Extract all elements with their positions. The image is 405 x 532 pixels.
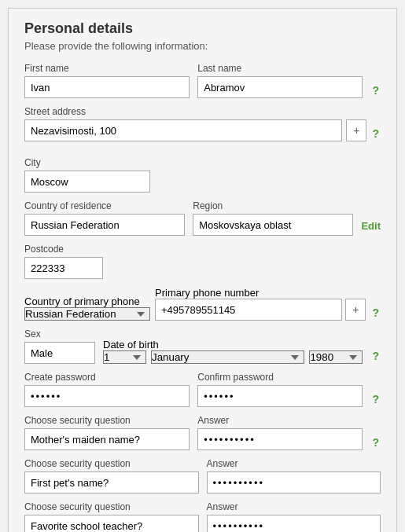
city-label: City: [24, 157, 381, 168]
security-q1-group: Choose security question Mother's maiden…: [24, 415, 190, 450]
country-region-row: Country of residence Russian Federation …: [24, 200, 381, 236]
password-help-button[interactable]: ?: [370, 393, 381, 405]
postcode-group: Postcode: [24, 244, 381, 279]
create-password-group: Create password: [24, 372, 190, 407]
security-q3-group: Choose security question Favorite school…: [24, 501, 199, 532]
primary-phone-label: Primary phone number: [155, 287, 366, 299]
street-address-input[interactable]: [24, 119, 342, 141]
password-row: Create password Confirm password ?: [24, 372, 381, 407]
first-name-label: First name: [24, 63, 190, 74]
security-a1-group: Answer: [197, 415, 363, 450]
security-a3-input[interactable]: [207, 515, 381, 532]
phone-number-input[interactable]: [155, 299, 342, 321]
edit-button[interactable]: Edit: [361, 220, 381, 232]
name-help-button[interactable]: ?: [370, 84, 381, 97]
country-phone-select[interactable]: Russian Federation United States United …: [24, 307, 150, 321]
security-a2-input[interactable]: [207, 471, 381, 493]
security-q2-group: Choose security question First pet's nam…: [24, 458, 199, 493]
street-input-row: + ?: [24, 119, 381, 141]
country-phone-label: Country of primary phone: [24, 295, 150, 307]
name-row: First name Last name ?: [24, 63, 381, 98]
phone-input-row: +: [155, 299, 366, 321]
security-a2-group: Answer: [207, 458, 381, 493]
last-name-group: Last name: [197, 63, 363, 98]
security-q1-row: Choose security question Mother's maiden…: [24, 415, 381, 450]
phone-plus-button[interactable]: +: [345, 299, 366, 321]
security-q3-label: Choose security question: [24, 501, 199, 512]
last-name-input[interactable]: [197, 76, 363, 98]
dob-day-select[interactable]: 12345 678910: [103, 350, 146, 364]
dob-inputs: 12345 678910 JanuaryFebruaryMarchApril M…: [103, 350, 363, 364]
page-title: Personal details: [24, 20, 381, 37]
postcode-label: Postcode: [24, 244, 381, 255]
security-a3-group: Answer: [207, 501, 381, 532]
region-value: Moskovskaya oblast: [193, 214, 353, 236]
personal-details-form: Personal details Please provide the foll…: [8, 8, 397, 532]
security-q1-help-button[interactable]: ?: [370, 436, 381, 449]
street-plus-button[interactable]: +: [346, 119, 366, 141]
dob-help-button[interactable]: ?: [370, 350, 381, 362]
security-a1-input[interactable]: [197, 428, 363, 450]
postcode-input[interactable]: [24, 257, 103, 279]
security-q3-select[interactable]: Favorite school teacher? Mother's maiden…: [24, 515, 199, 532]
street-address-group: Street address + ?: [24, 106, 381, 149]
dob-year-select[interactable]: 19801981198219831984: [309, 350, 363, 364]
security-a3-label: Answer: [207, 501, 381, 512]
create-password-label: Create password: [24, 372, 190, 383]
phone-help-button[interactable]: ?: [370, 306, 381, 319]
page-subtitle: Please provide the following information…: [24, 40, 381, 52]
security-a2-label: Answer: [207, 458, 381, 469]
country-phone-group: Country of primary phone Russian Federat…: [24, 295, 150, 321]
dob-label: Date of birth: [103, 339, 363, 350]
country-residence-label: Country of residence: [24, 200, 185, 211]
last-name-label: Last name: [197, 63, 363, 74]
street-address-label: Street address: [24, 106, 381, 117]
security-q3-row: Choose security question Favorite school…: [24, 501, 381, 532]
street-input-wrapper: [24, 119, 342, 141]
phone-number-group: Primary phone number +: [155, 287, 366, 321]
security-a1-label: Answer: [197, 415, 363, 426]
confirm-password-label: Confirm password: [197, 372, 363, 383]
region-group: Region Moskovskaya oblast: [193, 200, 353, 236]
phone-row: Country of primary phone Russian Federat…: [24, 287, 381, 321]
create-password-input[interactable]: [24, 385, 190, 407]
confirm-password-input[interactable]: [197, 385, 363, 407]
security-q2-row: Choose security question First pet's nam…: [24, 458, 381, 493]
street-help-button[interactable]: ?: [370, 127, 381, 140]
security-q2-select[interactable]: First pet's name? Mother's maiden name? …: [24, 471, 199, 493]
sex-group: Sex Male Female: [24, 328, 95, 364]
sex-label: Sex: [24, 328, 95, 339]
city-group: City: [24, 157, 381, 193]
security-q1-label: Choose security question: [24, 415, 190, 426]
dob-group: Date of birth 12345 678910 JanuaryFebrua…: [103, 339, 363, 364]
region-label: Region: [193, 200, 353, 211]
security-q1-select[interactable]: Mother's maiden name? First pet's name? …: [24, 428, 190, 450]
city-input[interactable]: [24, 171, 150, 193]
country-residence-group: Country of residence Russian Federation: [24, 200, 185, 236]
first-name-group: First name: [24, 63, 190, 98]
sex-dob-row: Sex Male Female Date of birth 12345 6789…: [24, 328, 381, 364]
security-q2-label: Choose security question: [24, 458, 199, 469]
dob-month-select[interactable]: JanuaryFebruaryMarchApril MayJuneJulyAug…: [151, 350, 304, 364]
country-residence-value: Russian Federation: [24, 214, 185, 236]
first-name-input[interactable]: [24, 76, 190, 98]
sex-select[interactable]: Male Female: [24, 342, 95, 364]
confirm-password-group: Confirm password: [197, 372, 363, 407]
